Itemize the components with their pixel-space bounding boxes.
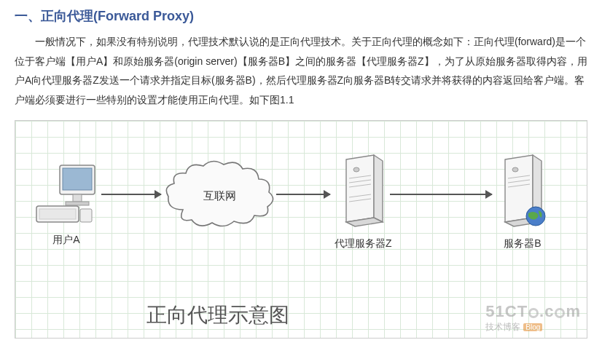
- svg-rect-1: [63, 168, 92, 190]
- node-proxy-z-label: 代理服务器Z: [335, 237, 392, 250]
- watermark-logo: 51CT.cm: [485, 302, 581, 321]
- section-paragraph: 一般情况下，如果没有特别说明，代理技术默认说的是正向代理技术。关于正向代理的概念…: [0, 32, 602, 116]
- svg-rect-6: [80, 209, 92, 222]
- svg-point-10: [353, 167, 359, 172]
- svg-rect-5: [39, 209, 76, 219]
- diagram-grid: 用户A 互联网 代理服务器Z: [15, 121, 587, 338]
- computer-icon: [34, 161, 99, 226]
- node-user-a-label: 用户A: [34, 234, 99, 247]
- svg-rect-3: [66, 202, 89, 205]
- cloud-label: 互联网: [203, 189, 236, 203]
- node-internet: 互联网: [161, 159, 278, 234]
- watermark: 51CT.cm 技术博客Blog: [485, 302, 581, 333]
- svg-marker-8: [374, 155, 383, 222]
- watermark-line2: 技术博客: [485, 322, 520, 332]
- arrow-user-to-cloud: [101, 194, 161, 195]
- diagram-container: 用户A 互联网 代理服务器Z: [15, 120, 587, 339]
- server-icon: [337, 154, 388, 230]
- svg-marker-7: [346, 155, 374, 222]
- watermark-badge: Blog: [523, 323, 542, 331]
- arrow-proxy-to-server: [390, 194, 492, 195]
- node-server-b: 服务器B: [496, 154, 549, 250]
- arrow-cloud-to-proxy: [276, 194, 330, 195]
- svg-point-19: [512, 167, 518, 172]
- paragraph-text: 一般情况下，如果没有特别说明，代理技术默认说的是正向代理技术。关于正向代理的概念…: [15, 36, 587, 106]
- node-server-b-label: 服务器B: [496, 237, 549, 250]
- node-user-a: 用户A: [34, 161, 99, 247]
- server-globe-icon: [496, 154, 549, 230]
- section-heading: 一、正向代理(Forward Proxy): [0, 0, 602, 32]
- node-proxy-z: 代理服务器Z: [335, 154, 392, 250]
- diagram-title: 正向代理示意图: [146, 301, 289, 329]
- svg-rect-2: [73, 194, 82, 202]
